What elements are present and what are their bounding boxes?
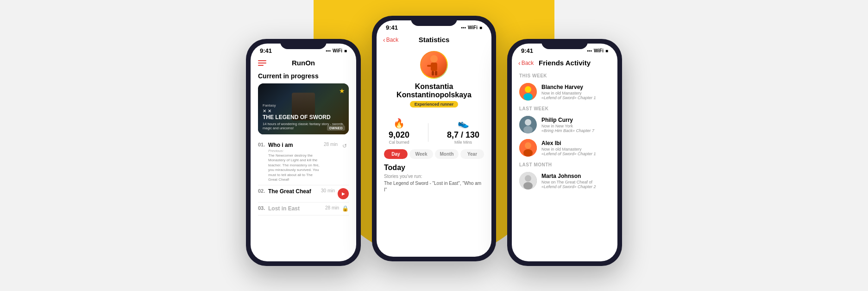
friend-info-marta: Marta Johnson Now on The Great Cheaf of …	[541, 173, 610, 189]
svg-rect-2	[427, 65, 434, 67]
wifi-icon-p3: WiFi	[594, 48, 604, 53]
status-icons-phone1: ▪▪▪ WiFi ■	[326, 48, 347, 53]
friend-book-marta: «Lefend of Sword» Chapter 2	[541, 184, 610, 189]
status-icons-phone3: ▪▪▪ WiFi ■	[587, 48, 608, 53]
today-subtitle: Stories you've run:	[384, 174, 484, 179]
tab-week[interactable]: Week	[409, 149, 433, 159]
book-star-icon: ★	[339, 87, 345, 95]
period-this-week: This Week	[512, 70, 617, 80]
phone-statistics: 9:41 ▪▪▪ WiFi ■ ‹ Back Statistics	[372, 16, 496, 261]
friend-avatar-svg-2	[519, 116, 537, 133]
lock-icon-3: 🔒	[342, 205, 349, 212]
tab-month[interactable]: Month	[435, 149, 459, 159]
hamburger-menu-icon[interactable]	[258, 60, 266, 66]
svg-point-10	[523, 126, 533, 133]
episode-item-2[interactable]: 02. The Great Cheaf 30 min ▶	[258, 185, 349, 202]
friend-item-philip[interactable]: Philip Curry Now in New York «Bring Him …	[512, 113, 617, 136]
back-label-friends: Back	[522, 60, 534, 66]
friend-item-alex[interactable]: Alex Ibi Now in old Manastery «Lefend of…	[512, 136, 617, 159]
svg-point-15	[525, 175, 531, 182]
period-last-week: Last Week	[512, 103, 617, 113]
profile-badge: Experienced runner	[410, 101, 459, 108]
stat-distance-label: Mile Mins	[447, 140, 479, 145]
stat-distance: 👟 8,7 / 130 Mile Mins	[447, 118, 479, 145]
book-title: THE LEGEND OF SWORD	[263, 114, 344, 120]
stat-distance-value: 8,7 / 130	[447, 130, 479, 140]
wifi-icon: WiFi	[333, 48, 342, 53]
episode-title-2: The Great Cheaf	[268, 188, 318, 195]
phone3-header: ‹ Back Friends Activity	[512, 56, 617, 70]
back-button-stats[interactable]: ‹ Back	[383, 36, 398, 44]
stats-divider	[428, 123, 428, 142]
friend-book-philip: «Bring Him Back» Chapter 7	[541, 128, 610, 133]
friend-name-philip: Philip Curry	[541, 117, 610, 123]
book-crossed-icon: ✕ ✕	[263, 108, 344, 114]
today-section: Today Stories you've run: The Legend of …	[377, 164, 491, 193]
svg-rect-3	[432, 71, 434, 76]
menu-line-2	[258, 63, 266, 63]
fire-icon: 🔥	[389, 118, 409, 129]
stat-calories: 🔥 9,020 Cal burned	[389, 118, 409, 145]
stat-calories-label: Cal burned	[389, 140, 409, 145]
friend-item-blanche[interactable]: Blanche Harvey Now in old Manastery «Lef…	[512, 80, 617, 103]
today-title: Today	[384, 164, 484, 172]
notch-phone2	[411, 16, 457, 26]
friend-book-blanche: «Lefend of Sword» Chapter 1	[541, 95, 610, 100]
phones-container: 9:41 ▪▪▪ WiFi ■ RunOn	[246, 16, 622, 275]
stats-tab-row: Day Week Month Year	[377, 149, 491, 164]
svg-point-6	[525, 86, 531, 93]
friend-name-blanche: Blanche Harvey	[541, 84, 610, 90]
phone-runon: 9:41 ▪▪▪ WiFi ■ RunOn	[246, 39, 361, 266]
period-last-month: Last Month	[512, 159, 617, 169]
back-button-friends[interactable]: ‹ Back	[518, 59, 534, 67]
episode-item-3: 03. Lost in East 28 min 🔒	[258, 202, 349, 215]
episode-list: 01. Who i am Previous: The Newcomer dest…	[251, 139, 356, 215]
episode-time-1: 28 min	[324, 142, 338, 147]
svg-point-16	[523, 182, 533, 190]
friend-item-marta[interactable]: Marta Johnson Now on The Great Cheaf of …	[512, 169, 617, 192]
friend-book-alex: «Lefend of Sword» Chapter 1	[541, 152, 610, 156]
status-icons-phone2: ▪▪▪ WiFi ■	[461, 25, 482, 30]
signal-icon: ▪▪▪	[326, 48, 331, 53]
episode-num-3: 03.	[258, 205, 268, 211]
phone1-content: RunOn Current in progress ★ Fantasy ✕ ✕ …	[251, 56, 356, 215]
friend-avatar-svg-4	[519, 172, 537, 190]
app-title: RunOn	[292, 59, 315, 67]
episode-info-1: Who i am Previous: The Newcomer destroy …	[268, 142, 321, 182]
episode-info-3: Lost in East	[268, 205, 322, 212]
status-time-phone3: 9:41	[521, 47, 533, 54]
friend-avatar-marta	[519, 172, 537, 190]
tab-day[interactable]: Day	[384, 149, 408, 159]
episode-title-1: Who i am	[268, 142, 321, 148]
back-chevron-icon-p3: ‹	[518, 59, 521, 67]
friend-avatar-blanche	[519, 83, 537, 101]
friend-info-alex: Alex Ibi Now in old Manastery «Lefend of…	[541, 140, 610, 156]
friend-location-alex: Now in old Manastery	[541, 147, 610, 152]
section-title-current: Current in progress	[251, 70, 356, 83]
replay-button-1[interactable]: ↺	[340, 142, 349, 150]
back-chevron-icon: ‹	[383, 36, 385, 44]
phone2-content: ‹ Back Statistics	[377, 33, 491, 193]
episode-prev-text-1: The Newcomer destroy the Monastery of Li…	[268, 153, 321, 182]
episode-num-2: 02.	[258, 188, 268, 194]
episode-item-1[interactable]: 01. Who i am Previous: The Newcomer dest…	[258, 139, 349, 185]
status-time-phone2: 9:41	[386, 24, 398, 31]
battery-icon: ■	[344, 48, 347, 53]
play-icon-2[interactable]: ▶	[338, 188, 349, 199]
svg-rect-4	[435, 71, 437, 76]
friend-avatar-svg-3	[519, 139, 537, 157]
play-button-2[interactable]: ▶	[338, 188, 349, 199]
friend-location-blanche: Now in old Manastery	[541, 91, 610, 95]
svg-point-13	[523, 149, 533, 157]
profile-section: Konstantia Konstantinopolskaya Experienc…	[377, 47, 491, 113]
book-card[interactable]: ★ Fantasy ✕ ✕ THE LEGEND OF SWORD 14 hou…	[258, 83, 349, 134]
episode-info-2: The Great Cheaf	[268, 188, 318, 195]
svg-point-7	[523, 93, 533, 101]
battery-icon-p2: ■	[479, 25, 482, 30]
friend-location-philip: Now in New York	[541, 124, 610, 128]
battery-icon-p3: ■	[605, 48, 608, 53]
tab-year[interactable]: Year	[460, 149, 484, 159]
today-text: The Legend of Sword - "Lost in East", "W…	[384, 180, 484, 193]
menu-line-3	[258, 65, 264, 66]
friend-avatar-svg-1	[519, 83, 537, 101]
